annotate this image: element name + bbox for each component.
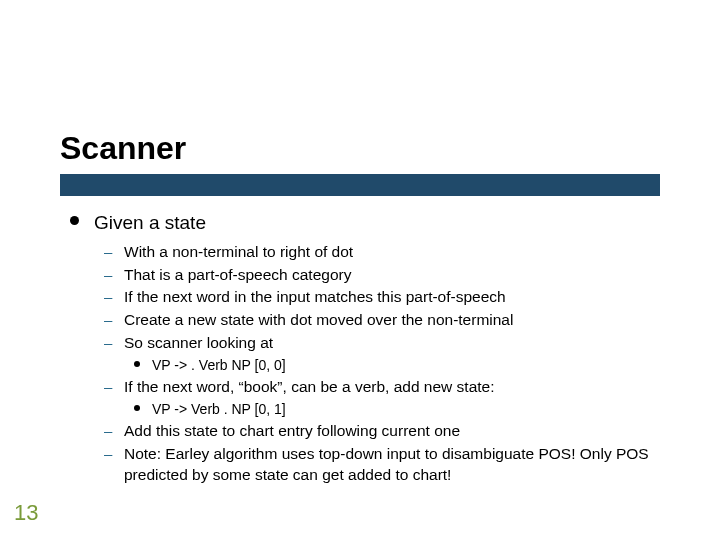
bullet-level2: So scanner looking at bbox=[104, 333, 710, 354]
bullet-text: VP -> Verb . NP [0, 1] bbox=[152, 401, 286, 417]
bullet-text: That is a part-of-speech category bbox=[124, 266, 351, 283]
title-area: Scanner bbox=[60, 130, 660, 167]
bullet-level2: Add this state to chart entry following … bbox=[104, 421, 710, 442]
bullet-level3: VP -> Verb . NP [0, 1] bbox=[134, 400, 710, 419]
bullet-level3: VP -> . Verb NP [0, 0] bbox=[134, 356, 710, 375]
content-area: Given a state With a non-terminal to rig… bbox=[70, 210, 710, 488]
bullet-text: Create a new state with dot moved over t… bbox=[124, 311, 513, 328]
bullet-text: If the next word in the input matches th… bbox=[124, 288, 506, 305]
bullet-text: Note: Earley algorithm uses top-down inp… bbox=[124, 445, 649, 483]
page-number: 13 bbox=[14, 500, 38, 526]
slide: Scanner Given a state With a non-termina… bbox=[0, 0, 720, 540]
bullet-level2: Note: Earley algorithm uses top-down inp… bbox=[104, 444, 710, 486]
bullet-level2: If the next word, “book”, can be a verb,… bbox=[104, 377, 710, 398]
title-underline-bar bbox=[60, 174, 660, 196]
slide-title: Scanner bbox=[60, 130, 660, 167]
bullet-text: Given a state bbox=[94, 212, 206, 233]
bullet-level2: Create a new state with dot moved over t… bbox=[104, 310, 710, 331]
bullet-level2: With a non-terminal to right of dot bbox=[104, 242, 710, 263]
bullet-text: If the next word, “book”, can be a verb,… bbox=[124, 378, 495, 395]
level2-group: With a non-terminal to right of dot That… bbox=[104, 242, 710, 486]
bullet-level2: If the next word in the input matches th… bbox=[104, 287, 710, 308]
bullet-level1: Given a state bbox=[70, 210, 710, 236]
bullet-text: VP -> . Verb NP [0, 0] bbox=[152, 357, 286, 373]
bullet-text: So scanner looking at bbox=[124, 334, 273, 351]
level3-group: VP -> Verb . NP [0, 1] bbox=[134, 400, 710, 419]
bullet-text: Add this state to chart entry following … bbox=[124, 422, 460, 439]
level3-group: VP -> . Verb NP [0, 0] bbox=[134, 356, 710, 375]
bullet-text: With a non-terminal to right of dot bbox=[124, 243, 353, 260]
bullet-level2: That is a part-of-speech category bbox=[104, 265, 710, 286]
